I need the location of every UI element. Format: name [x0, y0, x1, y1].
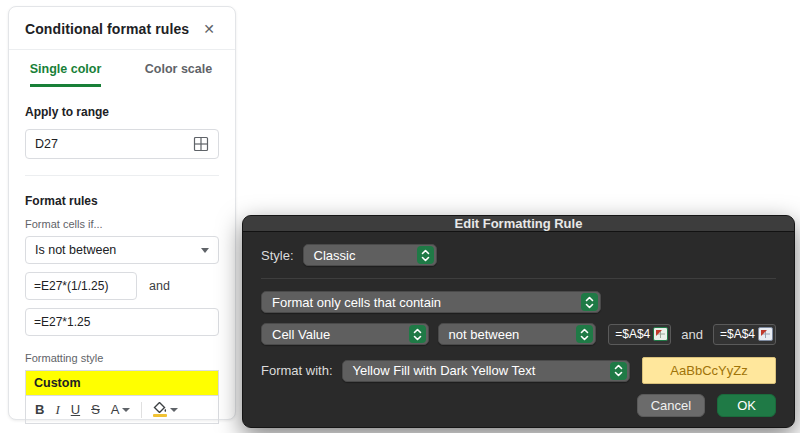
range-picker-icon[interactable] [758, 327, 773, 341]
dialog-body: Style: Classic Format only cells that co… [243, 232, 794, 428]
dialog-titlebar[interactable]: Edit Formatting Rule [243, 216, 794, 232]
style-row: Style: Classic [261, 244, 776, 266]
value2-input[interactable]: =E27*1.25 [25, 308, 219, 336]
dialog-title: Edit Formatting Rule [455, 216, 583, 231]
operand-dropdown[interactable]: Cell Value [261, 323, 429, 345]
apply-to-range-section: Apply to range D27 [9, 87, 235, 176]
bold-button[interactable]: B [35, 403, 44, 416]
style-value: Classic [314, 248, 356, 263]
tab-color-scale-label: Color scale [145, 62, 212, 87]
screen: Conditional format rules ✕ Single color … [0, 0, 800, 433]
stepper-icon [417, 246, 434, 264]
formula1-text: =$A$4 [615, 327, 650, 341]
format-with-dropdown[interactable]: Yellow Fill with Dark Yellow Text [342, 360, 630, 382]
edit-formatting-rule-dialog: Edit Formatting Rule Style: Classic Form… [242, 215, 795, 428]
stepper-icon [610, 362, 627, 380]
paint-bucket-icon [153, 402, 167, 417]
chevron-down-icon [170, 408, 178, 412]
operator-value: not between [449, 327, 520, 342]
value1-row: =E27*(1/1.25) and [25, 272, 219, 300]
tab-color-scale[interactable]: Color scale [122, 50, 235, 87]
format-preview: AaBbCcYyZz [642, 357, 776, 384]
format-cells-if-label: Format cells if... [25, 218, 219, 230]
style-label: Style: [261, 248, 294, 263]
operand-value: Cell Value [272, 327, 330, 342]
fill-color-button[interactable] [153, 402, 178, 417]
format-with-label: Format with: [261, 363, 333, 378]
condition-dropdown[interactable]: Is not between [25, 236, 219, 264]
conditional-format-rules-panel: Conditional format rules ✕ Single color … [8, 6, 236, 420]
rule-type-dropdown[interactable]: Format only cells that contain [261, 291, 601, 313]
grid-select-icon[interactable] [193, 136, 209, 152]
range-picker-icon[interactable] [653, 327, 668, 341]
rule-type-value: Format only cells that contain [272, 295, 441, 310]
apply-to-range-label: Apply to range [25, 105, 219, 119]
style-preview: Custom [25, 370, 219, 395]
italic-button[interactable]: I [55, 403, 59, 416]
format-rules-heading: Format rules [25, 194, 219, 208]
format-with-row: Format with: Yellow Fill with Dark Yello… [261, 357, 776, 384]
formula2-input[interactable]: =$A$4 [713, 324, 776, 345]
range-value: D27 [35, 137, 58, 151]
tab-single-color[interactable]: Single color [9, 50, 122, 87]
panel-title: Conditional format rules [25, 21, 189, 37]
stepper-icon [409, 325, 426, 343]
value1-text: =E27*(1/1.25) [34, 279, 108, 293]
chevron-down-icon [201, 248, 209, 253]
stepper-icon [576, 325, 593, 343]
and-label: and [681, 327, 703, 342]
tab-single-color-label: Single color [30, 62, 102, 87]
value2-text: =E27*1.25 [34, 315, 90, 329]
toolbar-divider [141, 402, 142, 418]
fill-color-swatch [153, 414, 167, 417]
cancel-button[interactable]: Cancel [637, 394, 705, 417]
chevron-down-icon [122, 408, 130, 412]
close-icon[interactable]: ✕ [199, 21, 219, 37]
format-with-value: Yellow Fill with Dark Yellow Text [353, 363, 536, 378]
operator-dropdown[interactable]: not between [438, 323, 597, 345]
style-preview-text: Custom [34, 376, 81, 390]
stepper-icon [581, 293, 598, 311]
panel-header: Conditional format rules ✕ [9, 7, 235, 50]
text-color-label: A [111, 403, 120, 416]
panel-buttons: Cancel Done [9, 424, 235, 433]
and-label: and [149, 279, 170, 293]
format-rules-section: Format rules Format cells if... Is not b… [9, 176, 235, 424]
value1-input[interactable]: =E27*(1/1.25) [25, 272, 137, 300]
text-color-button[interactable]: A [111, 403, 131, 416]
criteria-row: Cell Value not between =$A$4 [261, 323, 776, 345]
format-preview-text: AaBbCcYyZz [670, 363, 747, 378]
formatting-toolbar: B I U S A [25, 395, 219, 424]
formula2-text: =$A$4 [720, 327, 755, 341]
dialog-divider [261, 278, 776, 279]
formula1-input[interactable]: =$A$4 [608, 324, 671, 345]
formatting-style-label: Formatting style [25, 352, 219, 364]
ok-button[interactable]: OK [717, 394, 776, 417]
rule-type-row: Format only cells that contain [261, 291, 776, 313]
strikethrough-button[interactable]: S [91, 403, 100, 416]
dialog-buttons: Cancel OK [261, 384, 776, 417]
underline-button[interactable]: U [71, 403, 80, 416]
condition-value: Is not between [35, 243, 116, 257]
tab-bar: Single color Color scale [9, 50, 235, 87]
style-dropdown[interactable]: Classic [303, 244, 437, 266]
range-input[interactable]: D27 [25, 129, 219, 159]
